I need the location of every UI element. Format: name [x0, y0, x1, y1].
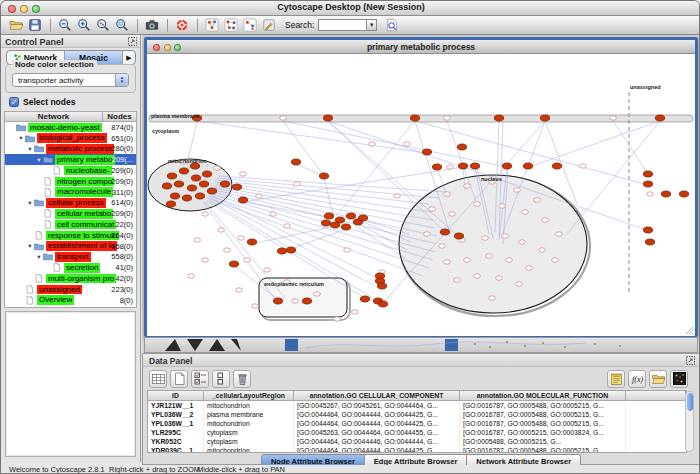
graph-node[interactable] [291, 159, 300, 165]
graph-node-open[interactable] [429, 207, 436, 211]
graph-node[interactable] [170, 193, 179, 199]
graph-node-open[interactable] [496, 276, 503, 280]
column-header[interactable]: annotation.GO MOLECULAR_FUNCTION [460, 391, 626, 401]
tree-row-biological-process[interactable]: ▾biological_process651(0) [5, 133, 136, 144]
column-header[interactable]: annotation.GO CELLULAR_COMPONENT [294, 391, 460, 401]
select-attributes-icon[interactable] [191, 370, 209, 388]
graph-node[interactable] [323, 115, 332, 121]
graph-edge[interactable] [328, 121, 443, 230]
graph-node-open[interactable] [344, 248, 351, 252]
graph-node-open[interactable] [502, 234, 509, 238]
graph-node-open[interactable] [556, 232, 563, 236]
graph-node-open[interactable] [294, 182, 301, 186]
graph-node-open[interactable] [202, 258, 209, 262]
graph-node-open[interactable] [449, 212, 456, 216]
graph-node-open[interactable] [482, 236, 489, 240]
graph-node-open[interactable] [256, 194, 263, 198]
graph-node-open[interactable] [292, 299, 299, 303]
graph-node-open[interactable] [506, 258, 513, 262]
tree-row-response-to-stimulu[interactable]: response to stimulu264(0) [5, 230, 136, 241]
graph-node[interactable] [643, 227, 652, 233]
graph-node[interactable] [432, 164, 441, 170]
vizmap-icon[interactable] [223, 17, 240, 33]
graph-node[interactable] [440, 229, 449, 235]
graph-node[interactable] [199, 181, 208, 187]
graph-node-open[interactable] [610, 116, 617, 120]
graph-node-open[interactable] [238, 236, 245, 240]
graph-node[interactable] [179, 168, 188, 174]
filter-icon[interactable] [242, 17, 259, 33]
graph-node-open[interactable] [439, 244, 446, 248]
layout-icon[interactable] [204, 17, 221, 33]
graph-node[interactable] [502, 163, 511, 169]
graph-node-open[interactable] [394, 194, 401, 198]
table-row[interactable]: YJR121W__1mitochondrion[GO:0045267, GO:0… [148, 401, 686, 410]
open-icon[interactable] [8, 17, 25, 33]
graph-node-open[interactable] [334, 317, 341, 321]
graph-edge[interactable] [197, 121, 427, 153]
tree-header-network[interactable]: Network [4, 111, 102, 122]
graph-node[interactable] [207, 188, 216, 194]
tree-row-nitrogen-compo[interactable]: nitrogen compo209(0) [5, 176, 136, 187]
graph-edge[interactable] [243, 202, 329, 217]
snapshot-icon[interactable] [144, 17, 161, 33]
graph-node-open[interactable] [369, 142, 376, 146]
graph-node[interactable] [458, 163, 467, 169]
column-header[interactable]: _cellularLayoutRegion [204, 391, 294, 401]
table-row[interactable]: YLR295Ccytoplasm[GO:0045263, GO:0044464,… [148, 428, 686, 437]
tree-row-cell-communicat[interactable]: cell communicat22(0) [5, 219, 136, 230]
graph-node[interactable] [167, 173, 176, 179]
graph-node-open[interactable] [202, 212, 209, 216]
graph-node[interactable] [166, 201, 175, 207]
attribute-search-icon[interactable] [384, 17, 401, 33]
tab-edge-attribute-browser[interactable]: Edge Attribute Browser [365, 454, 467, 465]
graph-node[interactable] [494, 115, 503, 121]
graph-node[interactable] [324, 213, 333, 219]
graph-node-open[interactable] [264, 268, 271, 272]
graph-node[interactable] [470, 163, 479, 169]
graph-node-open[interactable] [214, 166, 221, 170]
annotation-icon[interactable] [261, 17, 278, 33]
graph-edge[interactable] [613, 121, 649, 175]
graph-node[interactable] [377, 283, 386, 289]
graph-node-open[interactable] [280, 116, 287, 120]
graph-node[interactable] [187, 185, 196, 191]
column-header[interactable]: ID [148, 391, 204, 401]
graph-node-open[interactable] [444, 116, 451, 120]
graph-node-open[interactable] [526, 266, 533, 270]
select-nodes-checkbox[interactable]: ✓ Select nodes [9, 97, 75, 107]
graph-edge[interactable] [215, 188, 437, 236]
attribute-matrix-icon[interactable] [149, 370, 167, 388]
graph-edge[interactable] [529, 121, 660, 167]
tab-network-attribute-browser[interactable]: Network Attribute Browser [467, 454, 581, 465]
graph-node[interactable] [277, 248, 286, 254]
graph-node-open[interactable] [464, 184, 471, 188]
graph-node[interactable] [302, 298, 311, 304]
graph-node[interactable] [346, 213, 355, 219]
graph-node-open[interactable] [542, 218, 549, 222]
float-data-panel-icon[interactable] [686, 356, 695, 365]
graph-node-open[interactable] [194, 238, 201, 242]
graph-node-open[interactable] [514, 188, 521, 192]
table-row[interactable]: YPL036W__1mitochondrion[GO:0044464, GO:0… [148, 419, 686, 428]
graph-node[interactable] [202, 171, 211, 177]
graph-node-open[interactable] [240, 172, 247, 176]
tree-row-multi-organism-pro[interactable]: multi-organism pro42(0) [5, 273, 136, 284]
tab-scroll-right-icon[interactable]: ▶ [123, 51, 135, 64]
graph-node[interactable] [358, 215, 367, 221]
search-input[interactable] [318, 19, 366, 31]
graph-node[interactable] [341, 224, 350, 230]
graph-edge[interactable] [283, 121, 323, 174]
expander-icon[interactable]: ▾ [26, 145, 34, 153]
graph-node[interactable] [229, 261, 238, 267]
zoom-fit-icon[interactable] [114, 17, 131, 33]
import-attributes-icon[interactable] [649, 370, 667, 388]
graph-node-open[interactable] [580, 164, 587, 168]
graph-node[interactable] [319, 173, 328, 179]
graph-node[interactable] [540, 115, 549, 121]
graph-node-open[interactable] [474, 274, 481, 278]
graph-node-open[interactable] [444, 192, 451, 196]
graph-node[interactable] [643, 181, 652, 187]
graph-node-open[interactable] [489, 296, 496, 300]
tree-row-cellular-process[interactable]: ▾cellular process614(0) [5, 198, 136, 209]
